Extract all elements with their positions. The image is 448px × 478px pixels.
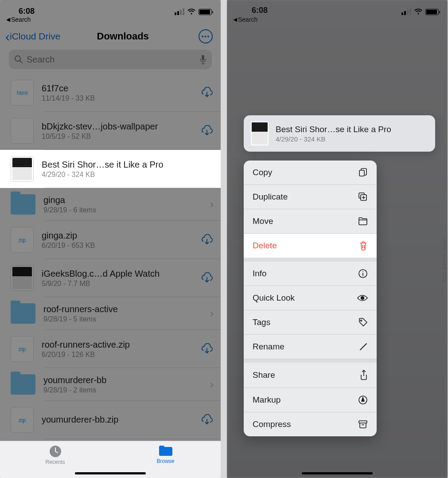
- file-row[interactable]: zipginga.zip6/20/19 - 653 KB: [0, 221, 221, 259]
- svg-rect-10: [359, 421, 367, 423]
- search-icon: [14, 55, 23, 64]
- file-subtitle: 9/28/19 - 6 items: [43, 206, 210, 214]
- battery-icon: [425, 9, 439, 15]
- more-button[interactable]: ●●●: [199, 29, 213, 43]
- eye-icon: [357, 294, 368, 302]
- pencil-icon: [359, 342, 368, 351]
- download-cloud-icon[interactable]: [200, 234, 214, 246]
- file-subtitle: 9/28/19 - 2 items: [43, 386, 210, 394]
- menu-duplicate[interactable]: Duplicate: [244, 185, 377, 209]
- file-subtitle: 5/9/20 - 7.7 MB: [42, 280, 200, 288]
- nav-header: ‹ iCloud Drive Downloads ●●●: [0, 23, 221, 48]
- download-cloud-icon[interactable]: [200, 125, 214, 137]
- trash-icon: [359, 241, 368, 251]
- file-thumbnail: zip: [11, 227, 34, 253]
- file-row[interactable]: ginga9/28/19 - 6 items›: [0, 188, 221, 221]
- cellular-icon: [175, 8, 184, 15]
- chevron-right-icon: ›: [210, 307, 214, 320]
- file-subtitle: 6/20/19 - 653 KB: [42, 242, 200, 250]
- archive-icon: [358, 419, 368, 429]
- file-thumbnail: zip: [11, 336, 34, 362]
- file-thumbnail: [11, 265, 34, 291]
- file-thumbnail: [251, 121, 269, 145]
- svg-point-7: [361, 297, 364, 300]
- copy-icon: [358, 168, 368, 177]
- file-list: html61f7ce11/14/19 - 33 KBbDkjzkc-stev…j…: [0, 74, 221, 439]
- back-to-search[interactable]: ◀ Search: [227, 15, 448, 23]
- chevron-left-icon: ‹: [5, 33, 10, 40]
- file-name: roof-runners-active.zip: [42, 340, 200, 350]
- menu-share[interactable]: Share: [244, 363, 377, 388]
- file-name: Best Siri Shor…se it Like a Pro: [42, 160, 214, 170]
- folder-icon: [158, 445, 173, 457]
- file-subtitle: 6/20/19 - 126 KB: [42, 351, 200, 359]
- menu-rename[interactable]: Rename: [244, 335, 377, 359]
- file-subtitle: 4/29/20 - 324 KB: [42, 171, 214, 179]
- menu-markup[interactable]: Markup: [244, 388, 377, 412]
- file-row[interactable]: youmurderer-bb9/28/19 - 2 items›: [0, 368, 221, 401]
- menu-compress[interactable]: Compress: [244, 412, 377, 436]
- home-indicator[interactable]: [302, 472, 373, 474]
- back-triangle-icon: ◀: [6, 16, 10, 23]
- chevron-right-icon: ›: [210, 198, 214, 211]
- file-subtitle: 10/5/19 - 52 KB: [42, 133, 200, 141]
- status-bar: 6:08: [0, 0, 221, 15]
- file-row[interactable]: html61f7ce11/14/19 - 33 KB: [0, 74, 221, 112]
- selected-file-name: Best Siri Shor…se it Like a Pro: [276, 125, 391, 134]
- svg-point-8: [361, 320, 362, 321]
- svg-point-0: [15, 56, 20, 61]
- folder-icon: [11, 194, 35, 215]
- file-row[interactable]: bDkjzkc-stev…jobs-wallpaper10/5/19 - 52 …: [0, 112, 221, 150]
- download-cloud-icon[interactable]: [200, 414, 214, 426]
- file-name: roof-runners-active: [43, 304, 210, 314]
- file-subtitle: 9/28/19 - 5 items: [43, 315, 210, 323]
- file-row[interactable]: iGeeksBlog.c…d Apple Watch5/9/20 - 7.7 M…: [0, 259, 221, 297]
- menu-delete[interactable]: Delete: [244, 234, 377, 258]
- file-name: ginga.zip: [42, 231, 200, 241]
- info-icon: [358, 269, 368, 278]
- folder-icon: [11, 303, 35, 324]
- download-cloud-icon[interactable]: [200, 343, 214, 355]
- clock-icon: [49, 445, 62, 458]
- search-field[interactable]: [9, 50, 212, 69]
- back-triangle-icon: ◀: [233, 16, 237, 23]
- back-to-search[interactable]: ◀ Search: [0, 15, 221, 23]
- file-name: 61f7ce: [42, 83, 200, 94]
- mic-icon[interactable]: [199, 55, 206, 64]
- file-row[interactable]: ziproof-runners-active.zip6/20/19 - 126 …: [0, 330, 221, 368]
- file-row[interactable]: Best Siri Shor…se it Like a Pro4/29/20 -…: [0, 150, 221, 188]
- file-thumbnail: [11, 118, 34, 144]
- file-row[interactable]: roof-runners-active9/28/19 - 5 items›: [0, 297, 221, 330]
- file-row[interactable]: zipyoumurderer-bb.zip: [0, 401, 221, 439]
- download-cloud-icon[interactable]: [200, 87, 214, 98]
- status-time: 6:08: [252, 6, 268, 15]
- files-app-context-menu: 6:08 ◀ Search Best Siri Shor…se it Like …: [227, 0, 448, 478]
- selected-file-card: Best Siri Shor…se it Like a Pro 4/29/20 …: [244, 115, 435, 152]
- context-menu: Copy Duplicate Move Delete Info Quick Lo…: [244, 161, 377, 436]
- menu-tags[interactable]: Tags: [244, 310, 377, 335]
- file-thumbnail: html: [11, 80, 34, 106]
- download-cloud-icon[interactable]: [200, 272, 214, 284]
- page-title: Downloads: [47, 31, 199, 42]
- menu-copy[interactable]: Copy: [244, 161, 377, 185]
- home-indicator[interactable]: [75, 472, 146, 474]
- tag-icon: [358, 317, 368, 327]
- status-bar: 6:08: [227, 0, 448, 15]
- svg-rect-2: [202, 55, 204, 60]
- menu-quicklook[interactable]: Quick Look: [244, 286, 377, 310]
- status-icons: [401, 8, 439, 15]
- file-thumbnail: zip: [11, 407, 34, 433]
- markup-icon: [358, 395, 368, 405]
- file-name: ginga: [43, 195, 210, 205]
- wifi-icon: [187, 8, 196, 15]
- chevron-right-icon: ›: [210, 378, 214, 391]
- file-name: iGeeksBlog.c…d Apple Watch: [42, 269, 200, 279]
- file-subtitle: 11/14/19 - 33 KB: [42, 94, 200, 102]
- menu-move[interactable]: Move: [244, 209, 377, 234]
- status-icons: [175, 8, 212, 15]
- menu-info[interactable]: Info: [244, 262, 377, 286]
- cellular-icon: [401, 8, 411, 15]
- file-name: youmurderer-bb: [43, 375, 210, 385]
- search-input[interactable]: [27, 55, 196, 65]
- duplicate-icon: [358, 192, 368, 202]
